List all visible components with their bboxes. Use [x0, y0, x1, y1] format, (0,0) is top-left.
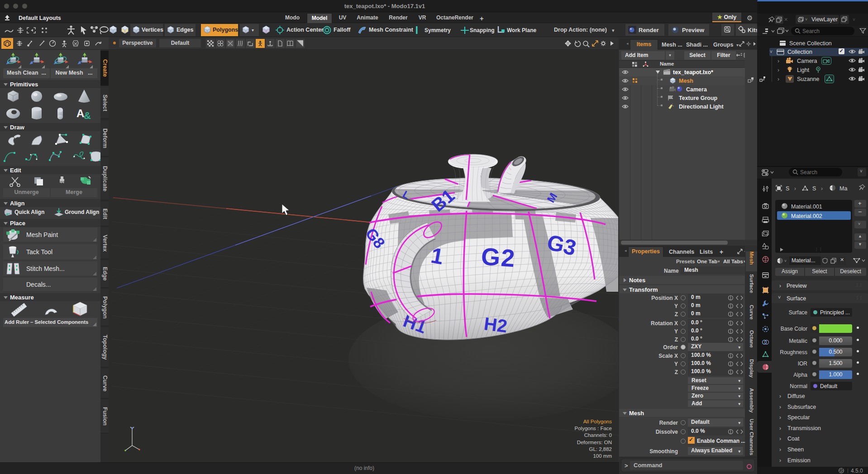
svg-text:G2: G2: [480, 242, 516, 272]
svg-text:H2: H2: [483, 313, 508, 336]
